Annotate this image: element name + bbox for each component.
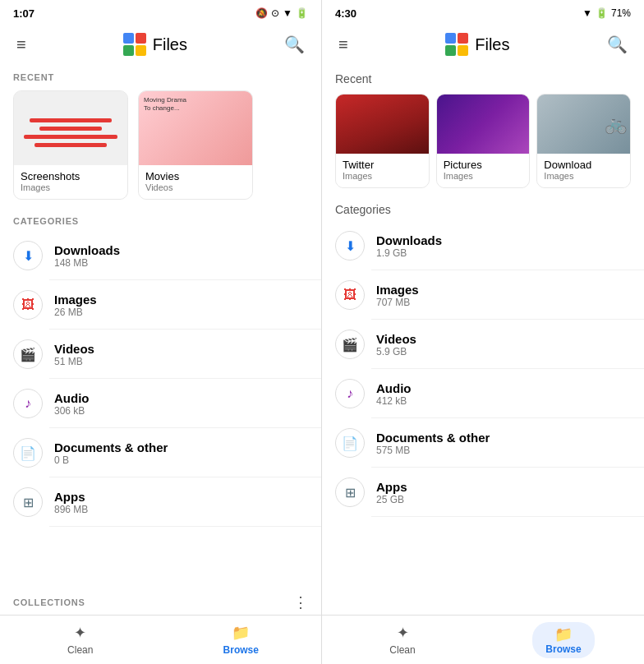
left-phone: 1:07 🔕 ⊙ ▼ 🔋 ≡ Files 🔍 R [0,0,322,664]
app-title-left: Files [153,35,187,54]
images-icon-circle-right: 🖼 [335,280,365,310]
category-item-audio-right[interactable]: ♪ Audio 412 kB [322,369,644,418]
card-info-pictures: Pictures Images [437,154,530,187]
bottom-nav-left: ✦ Clean 📁 Browse [0,615,321,664]
collections-label: COLLECTIONS [13,597,85,607]
images-icon: 🖼 [21,297,34,312]
categories-label-right: Categories [322,196,644,221]
svg-rect-0 [123,33,134,44]
category-item-audio-left[interactable]: ♪ Audio 306 kB [0,379,321,428]
browse-icon-left: 📁 [232,624,250,642]
apps-size-left: 896 MB [54,504,88,515]
recent-label-left: RECENT [0,66,321,87]
category-item-docs-left[interactable]: 📄 Documents & other 0 B [0,428,321,477]
videos-name-right: Videos [376,332,416,346]
videos-text: Videos 51 MB [54,342,94,367]
audio-icon: ♪ [25,396,31,411]
apps-size-right: 25 GB [376,494,407,505]
browse-tab-left[interactable]: 📁 Browse [161,616,322,664]
docs-text-right: Documents & other 575 MB [376,431,490,456]
thumb-twitter [336,95,429,154]
videos-icon-right: 🎬 [342,337,358,353]
recent-card-download[interactable]: 🚲 Download Images [536,94,631,188]
recent-card-screenshots[interactable]: Screenshots Images [13,90,128,200]
search-icon-right[interactable]: 🔍 [604,31,631,58]
clean-icon-left: ✦ [74,624,86,642]
categories-list-left: ⬇ Downloads 148 MB 🖼 Images 26 MB [0,231,321,587]
top-bar-right: ≡ Files 🔍 [322,23,644,66]
hamburger-icon-right[interactable]: ≡ [335,32,352,58]
status-bar-left: 1:07 🔕 ⊙ ▼ 🔋 [0,0,321,23]
recent-card-pictures[interactable]: Pictures Images [436,94,531,188]
downloads-icon-right: ⬇ [345,238,356,254]
browse-pill-right: 📁 Browse [532,622,594,658]
videos-text-right: Videos 5.9 GB [376,332,416,357]
videos-name: Videos [54,342,94,356]
audio-icon-circle-right: ♪ [335,379,365,408]
card-name-screenshots: Screenshots [21,170,121,182]
clean-icon-right: ✦ [397,624,409,642]
top-bar-left: ≡ Files 🔍 [0,23,321,66]
docs-name-right: Documents & other [376,431,490,445]
category-item-videos-left[interactable]: 🎬 Videos 51 MB [0,330,321,379]
top-bar-center-right: Files [445,33,509,56]
status-icons-left: 🔕 ⊙ ▼ 🔋 [255,7,308,19]
card-info-movies: Movies Videos [139,165,252,199]
clean-label-left: Clean [67,644,93,656]
svg-rect-1 [136,33,146,44]
svg-rect-3 [136,45,146,56]
status-time-left: 1:07 [13,7,34,20]
videos-icon-circle: 🎬 [13,339,43,369]
battery-icon-left: 🔋 [296,7,308,19]
recent-card-movies[interactable]: Moving DramaTo change... Movies Videos [138,90,253,200]
browse-label-right: Browse [545,643,581,655]
recent-cards-right: Twitter Images Pictures Images 🚲 [322,90,644,196]
category-item-images-right[interactable]: 🖼 Images 707 MB [322,270,644,320]
category-item-images-left[interactable]: 🖼 Images 26 MB [0,280,321,330]
card-type-pictures: Images [444,171,523,181]
apps-icon-left: ⊞ [23,495,34,510]
collections-dots[interactable]: ⋮ [293,593,308,611]
top-bar-center-left: Files [123,33,187,56]
images-size-right: 707 MB [376,297,419,308]
recent-label-right: Recent [322,66,644,90]
docs-text: Documents & other 0 B [54,440,168,466]
audio-name-right: Audio [376,381,412,395]
docs-icon-circle-right: 📄 [335,428,365,458]
right-phone: 4:30 ▼ 🔋 71% ≡ Files 🔍 Recent [322,0,644,664]
card-type-twitter: Images [343,171,422,181]
files-logo-right [445,33,468,56]
downloads-name-right: Downloads [376,233,442,247]
category-item-docs-right[interactable]: 📄 Documents & other 575 MB [322,418,644,468]
svg-rect-2 [123,45,134,56]
category-item-apps-left[interactable]: ⊞ Apps 896 MB [0,477,321,527]
categories-list-right: ⬇ Downloads 1.9 GB 🖼 Images 707 MB [322,221,644,615]
audio-text: Audio 306 kB [54,391,90,417]
downloads-name: Downloads [54,243,120,257]
category-item-downloads-right[interactable]: ⬇ Downloads 1.9 GB [322,221,644,270]
hamburger-icon-left[interactable]: ≡ [13,32,30,58]
wifi-icon-right: ▼ [582,7,592,19]
card-name-movies: Movies [145,170,246,182]
browse-tab-right[interactable]: 📁 Browse [483,616,644,664]
clean-tab-right[interactable]: ✦ Clean [322,616,483,664]
svg-rect-7 [458,45,468,56]
images-text: Images 26 MB [54,293,97,318]
category-item-downloads-left[interactable]: ⬇ Downloads 148 MB [0,231,321,280]
battery-icon-right: 🔋 [596,7,608,19]
category-item-apps-right[interactable]: ⊞ Apps 25 GB [322,468,644,517]
audio-size: 306 kB [54,405,90,417]
search-icon-left[interactable]: 🔍 [281,31,308,58]
category-item-videos-right[interactable]: 🎬 Videos 5.9 GB [322,320,644,369]
battery-pct-right: 71% [611,7,631,19]
svg-rect-5 [458,33,468,44]
thumb-pictures [437,95,530,154]
images-name-right: Images [376,283,419,297]
downloads-size-right: 1.9 GB [376,247,442,259]
card-type-download: Images [544,171,623,181]
apps-icon-circle-left: ⊞ [13,487,43,517]
card-info-twitter: Twitter Images [336,154,429,187]
clean-tab-left[interactable]: ✦ Clean [0,616,161,664]
images-icon-right: 🖼 [343,288,356,302]
recent-card-twitter[interactable]: Twitter Images [335,94,430,188]
